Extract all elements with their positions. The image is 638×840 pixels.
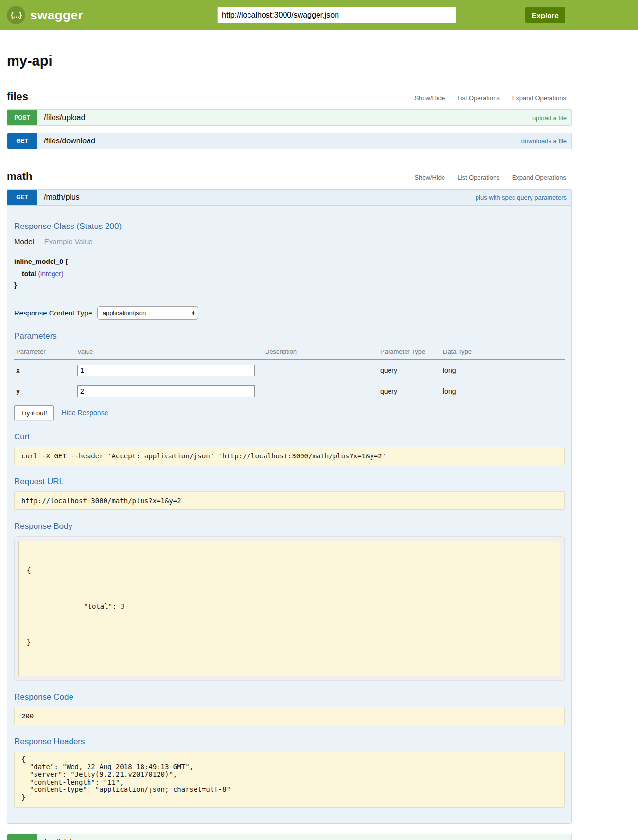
operation-get-math-plus[interactable]: GET /math/plus plus with spec query para…	[7, 189, 572, 206]
model-signature: inline_model_0 { total (integer) }	[14, 256, 565, 292]
hide-response-link[interactable]: Hide Response	[62, 409, 108, 417]
request-url-box: http://localhost:3000/math/plus?x=1&y=2	[14, 491, 565, 510]
response-content-type-select[interactable]: application/json ▲▼	[97, 306, 198, 320]
explore-button[interactable]: Explore	[525, 7, 565, 23]
model-name: inline_model_0 {	[14, 256, 565, 268]
get-method-badge[interactable]: GET	[7, 133, 37, 149]
curl-heading: Curl	[14, 432, 565, 442]
curl-command-box: curl -X GET --header 'Accept: applicatio…	[14, 447, 565, 465]
select-arrows-icon: ▲▼	[192, 311, 195, 315]
parameter-y-value-input[interactable]	[77, 385, 255, 397]
files-section: files Show/Hide List Operations Expand O…	[7, 90, 572, 149]
files-section-controls: Show/Hide List Operations Expand Operati…	[408, 94, 572, 102]
parameter-description	[263, 360, 378, 381]
operation-summary-math-plus[interactable]: plus with spec query parameters	[476, 194, 571, 201]
swagger-brand[interactable]: {…} swagger	[7, 6, 83, 24]
swagger-logo-icon: {…}	[7, 6, 25, 24]
json-value-total: 3	[121, 602, 124, 610]
parameter-row-y: y query long	[14, 381, 565, 402]
parameter-data-type: long	[441, 360, 565, 381]
math-section: math Show/Hide List Operations Expand Op…	[7, 170, 572, 840]
parameter-name: x	[14, 360, 75, 381]
response-class-heading: Response Class (Status 200)	[14, 222, 565, 231]
tab-example-value[interactable]: Example Value	[39, 237, 93, 245]
response-class-tabs: Model Example Value	[14, 236, 565, 246]
response-body-box: { "total":3 }	[18, 541, 560, 676]
response-content-type-label: Response Content Type	[14, 309, 92, 317]
parameter-data-type: long	[441, 381, 565, 402]
spec-url-input[interactable]	[217, 7, 456, 23]
operation-post-math-plus[interactable]: POST /math/plus plus with spec body para…	[7, 834, 572, 840]
column-header-parameter: Parameter	[14, 346, 75, 360]
parameter-type: query	[378, 360, 441, 381]
request-url-heading: Request URL	[14, 477, 565, 487]
operation-path-post-math-plus[interactable]: /math/plus	[44, 838, 80, 840]
operation-summary-files-download[interactable]: downloads a file	[521, 138, 571, 145]
math-list-operations-link[interactable]: List Operations	[451, 174, 505, 181]
column-header-parameter-type: Parameter Type	[378, 346, 441, 360]
operation-path-files-download[interactable]: /files/download	[44, 137, 95, 145]
column-header-value: Value	[75, 346, 263, 360]
parameters-heading: Parameters	[14, 332, 565, 341]
model-property-type: (integer)	[38, 270, 63, 278]
selected-content-type: application/json	[103, 309, 146, 316]
files-list-operations-link[interactable]: List Operations	[451, 94, 505, 102]
math-expand-operations-link[interactable]: Expand Operations	[506, 174, 572, 181]
section-divider	[7, 159, 572, 159]
column-header-description: Description	[263, 346, 378, 360]
operation-summary-files-upload[interactable]: upload a file	[532, 114, 571, 122]
operation-path-math-plus[interactable]: /math/plus	[44, 193, 80, 202]
response-headers-heading: Response Headers	[14, 737, 565, 747]
post-method-badge[interactable]: POST	[7, 834, 37, 840]
files-show-hide-link[interactable]: Show/Hide	[408, 94, 451, 102]
parameter-name: y	[14, 381, 75, 402]
parameter-type: query	[378, 381, 441, 402]
response-code-box: 200	[14, 707, 565, 725]
parameter-x-value-input[interactable]	[77, 365, 255, 376]
operation-details-panel: Response Class (Status 200) Model Exampl…	[7, 206, 572, 824]
model-property-name: total	[22, 270, 36, 278]
parameter-description	[263, 381, 378, 402]
json-close-brace: }	[27, 637, 552, 648]
model-close-brace: }	[14, 280, 565, 292]
operation-post-files-upload[interactable]: POST /files/upload upload a file	[7, 109, 572, 126]
math-section-controls: Show/Hide List Operations Expand Operati…	[408, 174, 572, 181]
top-navbar: {…} swagger Explore	[0, 0, 638, 30]
operation-path-files-upload[interactable]: /files/upload	[44, 113, 85, 122]
response-code-heading: Response Code	[14, 692, 565, 702]
brand-title: swagger	[30, 8, 83, 23]
response-body-container: { "total":3 }	[14, 536, 565, 681]
json-open-brace: {	[27, 565, 552, 576]
section-title-math: math	[7, 170, 33, 183]
tab-model[interactable]: Model	[14, 237, 39, 245]
operation-summary-post-math-plus[interactable]: plus with spec body parameters	[478, 838, 571, 840]
json-key-total: "total":	[84, 602, 116, 610]
operation-get-files-download[interactable]: GET /files/download downloads a file	[7, 133, 572, 149]
post-method-badge[interactable]: POST	[7, 110, 37, 125]
response-body-heading: Response Body	[14, 522, 565, 531]
math-show-hide-link[interactable]: Show/Hide	[408, 174, 451, 181]
column-header-data-type: Data Type	[441, 346, 565, 360]
get-method-badge[interactable]: GET	[7, 190, 37, 205]
section-title-files: files	[7, 90, 28, 103]
parameters-table: Parameter Value Description Parameter Ty…	[14, 346, 565, 402]
try-it-out-button[interactable]: Try it out!	[14, 405, 54, 420]
files-expand-operations-link[interactable]: Expand Operations	[506, 94, 572, 102]
parameter-row-x: x query long	[14, 360, 565, 381]
response-headers-box: { "date": "Wed, 22 Aug 2018 18:49:13 GMT…	[14, 752, 565, 808]
api-title: my-api	[7, 53, 572, 69]
main-content: my-api files Show/Hide List Operations E…	[7, 53, 572, 840]
